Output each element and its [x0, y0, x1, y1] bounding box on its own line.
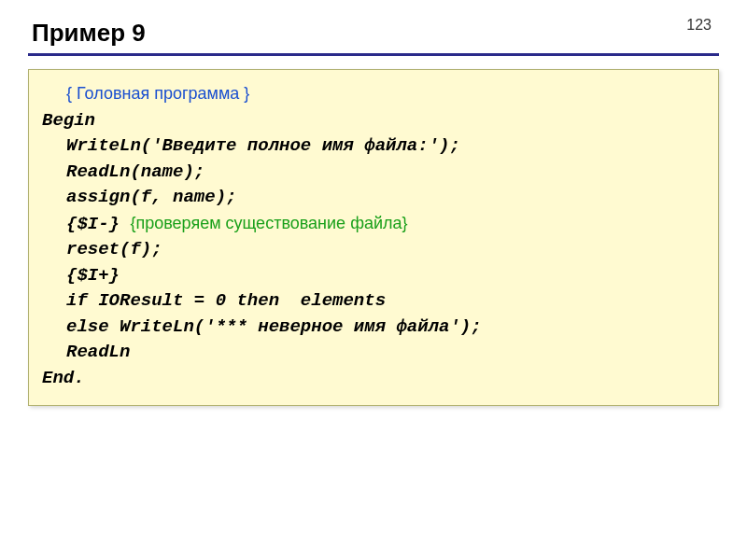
code-line: WriteLn('Введите полное имя файла:');: [42, 133, 460, 160]
code-comment-inline: {проверяем существование файла}: [130, 214, 407, 232]
slide-title: Пример 9: [32, 19, 719, 48]
code-line: End.: [42, 366, 705, 392]
title-underline: [28, 53, 719, 56]
code-line: else WriteLn('*** неверное имя файла');: [42, 315, 482, 341]
code-line: assign(f, name);: [42, 185, 236, 211]
code-line: if IOResult = 0 then elements: [42, 288, 386, 315]
code-line: ReadLn: [42, 340, 130, 366]
code-line: {$I+}: [42, 263, 120, 289]
code-line: {$I-}: [66, 214, 120, 234]
code-line: reset(f);: [42, 237, 162, 263]
code-comment-header: { Головная программа }: [66, 84, 249, 103]
code-block: { Головная программа } Begin WriteLn('Вв…: [28, 69, 719, 406]
page-number: 123: [686, 17, 712, 34]
code-line: Begin: [42, 108, 705, 134]
code-line: ReadLn(name);: [42, 160, 204, 186]
